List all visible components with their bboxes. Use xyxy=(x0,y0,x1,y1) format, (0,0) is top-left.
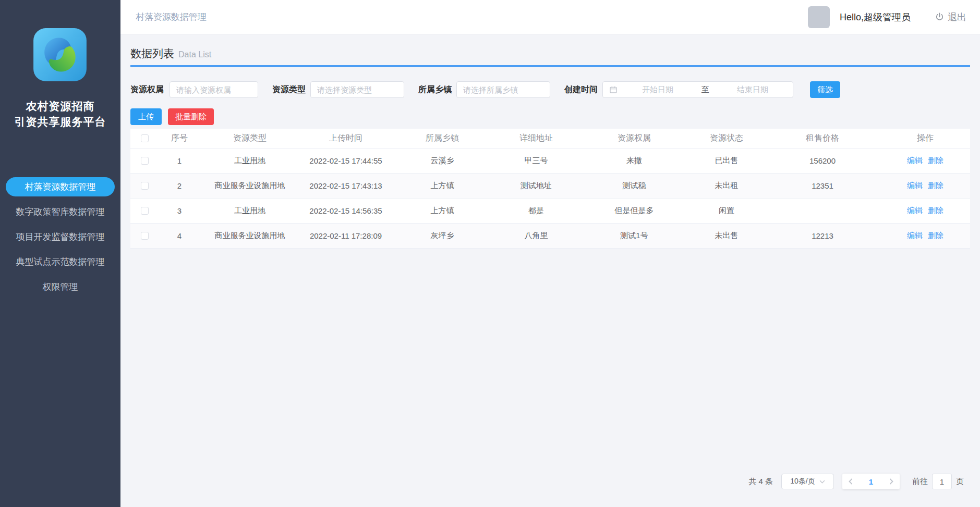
sidebar-menu-item[interactable]: 数字政策智库数据管理 xyxy=(0,199,120,224)
pagination: 共 4 条 10条/页 1 xyxy=(748,474,964,489)
cell-status: 已出售 xyxy=(688,156,765,166)
sidebar-menu-item-label: 项目开发监督数据管理 xyxy=(6,227,115,246)
logout-button[interactable]: 退出 xyxy=(935,11,966,23)
page-size-select[interactable]: 10条/页 xyxy=(781,474,834,489)
chevron-down-icon xyxy=(819,480,825,484)
user-greeting: Hello,超级管理员 xyxy=(840,11,911,23)
sidebar-menu-item-label: 典型试点示范数据管理 xyxy=(6,252,115,271)
header-address: 详细地址 xyxy=(492,133,580,144)
goto-page-input[interactable] xyxy=(932,474,952,489)
sidebar-menu-item-label: 权限管理 xyxy=(6,277,115,296)
edit-link[interactable]: 编辑 xyxy=(907,156,923,166)
created-time-label: 创建时间 xyxy=(564,84,598,95)
delete-link[interactable]: 删除 xyxy=(928,156,943,166)
page-title: 数据列表 xyxy=(130,46,174,61)
cell-seq: 3 xyxy=(159,206,200,215)
row-checkbox[interactable] xyxy=(141,182,149,190)
app-title-line1: 农村资源招商 xyxy=(0,98,120,114)
breadcrumb: 村落资源数据管理 xyxy=(136,11,207,23)
town-select[interactable] xyxy=(456,81,550,98)
table-row: 3工业用地2022-02-15 14:56:35上方镇都是但是但是多闲置编辑删除 xyxy=(130,199,970,224)
sidebar-menu-item[interactable]: 项目开发监督数据管理 xyxy=(0,224,120,249)
prev-page-icon[interactable] xyxy=(849,478,853,485)
current-page[interactable]: 1 xyxy=(869,477,873,486)
end-date-placeholder[interactable]: 结束日期 xyxy=(712,85,793,95)
delete-link[interactable]: 删除 xyxy=(928,231,943,241)
row-checkbox[interactable] xyxy=(141,207,149,215)
cell-price: 12351 xyxy=(765,181,880,190)
cell-type: 工业用地 xyxy=(200,206,299,216)
ownership-input[interactable] xyxy=(170,81,258,98)
sidebar-menu-item[interactable]: 权限管理 xyxy=(0,274,120,299)
app-title: 农村资源招商 引资共享服务平台 xyxy=(0,98,120,130)
cell-price: 156200 xyxy=(765,156,880,165)
sidebar: 农村资源招商 引资共享服务平台 村落资源数据管理数字政策智库数据管理项目开发监督… xyxy=(0,0,120,507)
sidebar-menu-item[interactable]: 典型试点示范数据管理 xyxy=(0,249,120,274)
cell-time: 2022-02-15 17:44:55 xyxy=(299,156,392,165)
delete-link[interactable]: 删除 xyxy=(928,181,943,191)
select-all-checkbox[interactable] xyxy=(141,134,149,142)
header-price: 租售价格 xyxy=(765,133,880,144)
edit-link[interactable]: 编辑 xyxy=(907,231,923,241)
cell-town: 云溪乡 xyxy=(392,156,492,166)
sidebar-menu-item[interactable]: 村落资源数据管理 xyxy=(0,174,120,199)
cell-time: 2022-02-15 14:56:35 xyxy=(299,206,392,215)
cell-actions: 编辑删除 xyxy=(880,181,970,191)
header-town: 所属乡镇 xyxy=(392,133,492,144)
ownership-label: 资源权属 xyxy=(130,84,164,95)
header-type: 资源类型 xyxy=(200,133,299,144)
cell-type: 商业服务业设施用地 xyxy=(200,231,299,241)
edit-link[interactable]: 编辑 xyxy=(907,181,923,191)
page-unit-label: 页 xyxy=(956,477,964,487)
cell-address: 八角里 xyxy=(492,231,580,241)
cell-status: 未出售 xyxy=(688,231,765,241)
title-divider xyxy=(130,65,970,67)
main-content: 数据列表 Data List 资源权属 资源类型 所属乡镇 创建时间 开始日期 xyxy=(120,35,980,507)
delete-link[interactable]: 删除 xyxy=(928,206,943,216)
cell-type: 商业服务业设施用地 xyxy=(200,181,299,191)
cell-actions: 编辑删除 xyxy=(880,156,970,166)
page-title-row: 数据列表 Data List xyxy=(130,46,211,61)
header-seq: 序号 xyxy=(159,133,200,144)
cell-address: 甲三号 xyxy=(492,156,580,166)
batch-delete-button[interactable]: 批量删除 xyxy=(168,108,214,125)
cell-address: 测试地址 xyxy=(492,181,580,191)
cell-town: 上方镇 xyxy=(392,206,492,216)
town-label: 所属乡镇 xyxy=(418,84,452,95)
cell-time: 2022-02-15 17:43:13 xyxy=(299,181,392,190)
total-count: 共 4 条 xyxy=(748,477,773,487)
next-page-icon[interactable] xyxy=(889,478,893,485)
header-ownership: 资源权属 xyxy=(580,133,688,144)
data-table: 序号 资源类型 上传时间 所属乡镇 详细地址 资源权属 资源状态 租售价格 操作… xyxy=(130,129,970,249)
header-actions: 操作 xyxy=(880,133,970,144)
header-time: 上传时间 xyxy=(299,133,392,144)
date-range-picker[interactable]: 开始日期 至 结束日期 xyxy=(602,81,793,98)
table-row: 2商业服务业设施用地2022-02-15 17:43:13上方镇测试地址测试稳未… xyxy=(130,174,970,199)
cell-price: 12213 xyxy=(765,231,880,240)
type-select[interactable] xyxy=(310,81,404,98)
cell-status: 闲置 xyxy=(688,206,765,216)
filter-button[interactable]: 筛选 xyxy=(810,81,840,98)
edit-link[interactable]: 编辑 xyxy=(907,206,923,216)
sidebar-menu: 村落资源数据管理数字政策智库数据管理项目开发监督数据管理典型试点示范数据管理权限… xyxy=(0,174,120,299)
row-checkbox[interactable] xyxy=(141,157,149,165)
table-row: 4商业服务业设施用地2022-02-11 17:28:09灰坪乡八角里测试1号未… xyxy=(130,224,970,249)
upload-button[interactable]: 上传 xyxy=(130,108,162,125)
table-body: 1工业用地2022-02-15 17:44:55云溪乡甲三号来撒已出售15620… xyxy=(130,149,970,249)
sidebar-menu-item-label: 村落资源数据管理 xyxy=(6,177,115,196)
top-header: 村落资源数据管理 Hello,超级管理员 退出 xyxy=(120,0,980,34)
date-range-separator: 至 xyxy=(698,85,712,95)
app-window: 农村资源招商 引资共享服务平台 村落资源数据管理数字政策智库数据管理项目开发监督… xyxy=(0,0,980,507)
cell-town: 灰坪乡 xyxy=(392,231,492,241)
logout-label: 退出 xyxy=(948,11,966,23)
cell-status: 未出租 xyxy=(688,181,765,191)
avatar[interactable] xyxy=(808,6,830,28)
filter-bar: 资源权属 资源类型 所属乡镇 创建时间 开始日期 至 结束日期 筛选 xyxy=(130,81,840,98)
start-date-placeholder[interactable]: 开始日期 xyxy=(618,85,698,95)
row-checkbox[interactable] xyxy=(141,232,149,240)
header-right: Hello,超级管理员 退出 xyxy=(808,6,966,28)
app-logo-icon xyxy=(32,27,88,82)
cell-town: 上方镇 xyxy=(392,181,492,191)
action-bar: 上传 批量删除 xyxy=(130,108,214,125)
cell-ownership: 来撒 xyxy=(580,156,688,166)
